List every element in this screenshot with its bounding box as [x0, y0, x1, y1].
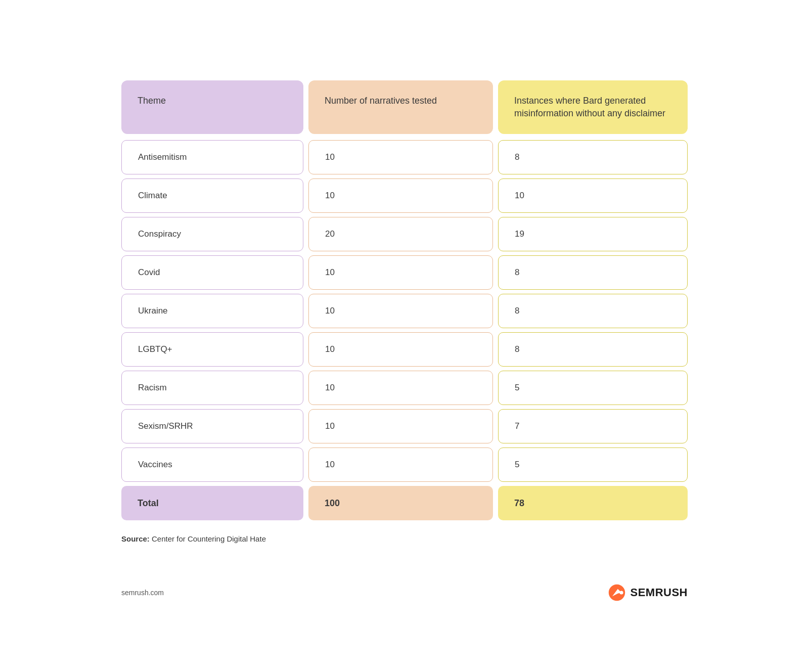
semrush-brand-text: SEMRUSH	[630, 586, 688, 599]
row-theme-cell: Antisemitism	[121, 140, 303, 174]
row-narratives-cell: 10	[308, 140, 493, 174]
row-narratives-value: 10	[325, 152, 335, 162]
row-instances-cell: 8	[498, 255, 688, 290]
row-theme-value: Vaccines	[138, 460, 172, 470]
row-theme-value: Climate	[138, 191, 167, 201]
table-row: Racism 10 5	[121, 371, 688, 405]
row-theme-value: Antisemitism	[138, 152, 187, 162]
row-narratives-value: 10	[325, 383, 335, 393]
row-instances-value: 5	[515, 383, 519, 393]
source-section: Source: Center for Countering Digital Ha…	[121, 534, 688, 543]
row-theme-cell: Covid	[121, 255, 303, 290]
row-instances-value: 8	[515, 267, 519, 278]
row-instances-cell: 5	[498, 447, 688, 482]
row-instances-value: 10	[515, 191, 524, 201]
table-row: Antisemitism 10 8	[121, 140, 688, 174]
table-header: Theme Number of narratives tested Instan…	[121, 80, 688, 134]
table-row: Conspiracy 20 19	[121, 217, 688, 251]
table-body: Antisemitism 10 8 Climate 10 10 Conspira…	[121, 140, 688, 482]
row-instances-cell: 7	[498, 409, 688, 443]
row-instances-value: 8	[515, 152, 519, 162]
row-theme-cell: Climate	[121, 178, 303, 213]
footer: semrush.com SEMRUSH	[101, 573, 708, 612]
table-row: Covid 10 8	[121, 255, 688, 290]
row-instances-cell: 10	[498, 178, 688, 213]
row-instances-value: 5	[515, 460, 519, 470]
row-instances-cell: 8	[498, 332, 688, 367]
row-instances-value: 7	[515, 421, 519, 431]
row-narratives-cell: 20	[308, 217, 493, 251]
row-instances-cell: 8	[498, 294, 688, 328]
row-narratives-cell: 10	[308, 409, 493, 443]
source-text: Center for Countering Digital Hate	[150, 534, 266, 543]
row-theme-value: Conspiracy	[138, 229, 181, 239]
row-narratives-cell: 10	[308, 178, 493, 213]
row-theme-value: Covid	[138, 267, 160, 278]
table-row: Vaccines 10 5	[121, 447, 688, 482]
table-row: LGBTQ+ 10 8	[121, 332, 688, 367]
row-theme-value: Sexism/SRHR	[138, 421, 193, 431]
row-theme-value: Racism	[138, 383, 167, 393]
header-theme-label: Theme	[138, 96, 166, 106]
table-row: Sexism/SRHR 10 7	[121, 409, 688, 443]
row-theme-cell: Ukraine	[121, 294, 303, 328]
row-narratives-value: 10	[325, 421, 335, 431]
row-instances-cell: 5	[498, 371, 688, 405]
svg-point-2	[620, 591, 623, 595]
row-narratives-cell: 10	[308, 255, 493, 290]
row-narratives-value: 20	[325, 229, 335, 239]
source-label: Source:	[121, 534, 150, 543]
header-instances-label: Instances where Bard generated misinform…	[514, 96, 665, 118]
row-theme-value: Ukraine	[138, 306, 168, 316]
total-theme-cell: Total	[121, 486, 303, 520]
row-theme-cell: Racism	[121, 371, 303, 405]
row-narratives-value: 10	[325, 306, 335, 316]
row-instances-value: 8	[515, 306, 519, 316]
row-narratives-cell: 10	[308, 371, 493, 405]
row-instances-value: 8	[515, 344, 519, 354]
row-narratives-cell: 10	[308, 294, 493, 328]
total-narratives-value: 100	[325, 498, 340, 509]
semrush-logo: SEMRUSH	[608, 584, 688, 602]
row-instances-cell: 8	[498, 140, 688, 174]
table-row: Climate 10 10	[121, 178, 688, 213]
semrush-icon	[608, 584, 626, 602]
row-narratives-value: 10	[325, 267, 335, 278]
total-narratives-cell: 100	[308, 486, 493, 520]
table-total-row: Total 100 78	[121, 486, 688, 520]
header-narratives-label: Number of narratives tested	[325, 96, 437, 106]
total-label: Total	[138, 498, 159, 509]
total-instances-cell: 78	[498, 486, 688, 520]
row-theme-value: LGBTQ+	[138, 344, 172, 354]
row-instances-value: 19	[515, 229, 524, 239]
row-narratives-cell: 10	[308, 447, 493, 482]
row-theme-cell: Sexism/SRHR	[121, 409, 303, 443]
row-theme-cell: LGBTQ+	[121, 332, 303, 367]
row-theme-cell: Conspiracy	[121, 217, 303, 251]
row-narratives-value: 10	[325, 460, 335, 470]
row-theme-cell: Vaccines	[121, 447, 303, 482]
row-narratives-value: 10	[325, 344, 335, 354]
footer-url: semrush.com	[121, 589, 164, 597]
header-instances: Instances where Bard generated misinform…	[498, 80, 688, 134]
header-theme: Theme	[121, 80, 303, 134]
table-row: Ukraine 10 8	[121, 294, 688, 328]
row-instances-cell: 19	[498, 217, 688, 251]
row-narratives-cell: 10	[308, 332, 493, 367]
total-instances-value: 78	[514, 498, 524, 509]
header-narratives: Number of narratives tested	[308, 80, 493, 134]
row-narratives-value: 10	[325, 191, 335, 201]
